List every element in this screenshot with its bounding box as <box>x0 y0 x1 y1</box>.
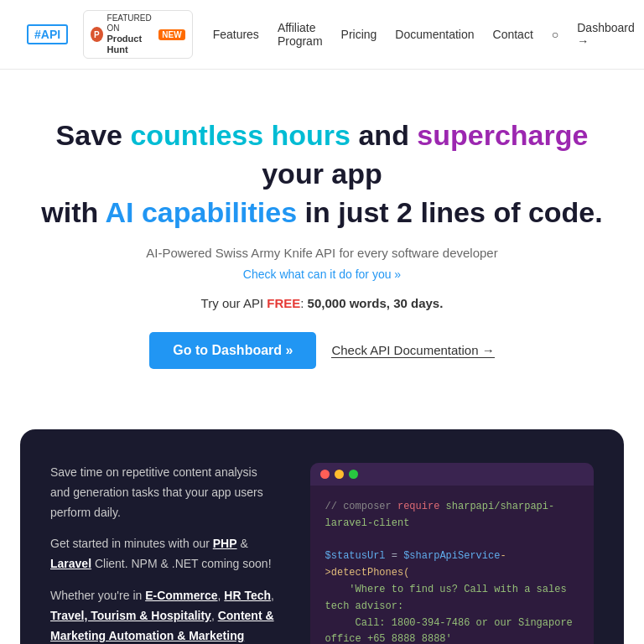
headline-with: with <box>41 196 105 228</box>
cta-row: Go to Dashboard » Check API Documentatio… <box>27 332 617 369</box>
code-str1: 'Where to find us? Call with a sales tec… <box>325 584 567 612</box>
code-require: require <box>397 501 439 512</box>
ph-new-badge: NEW <box>158 29 184 40</box>
nav-contact[interactable]: Contact <box>493 28 533 41</box>
php-link[interactable]: PHP <box>213 537 237 550</box>
headline-rest: in just 2 lines of code. <box>297 196 603 228</box>
dark-para3: Whether you're in E-Commerce, HR Tech, T… <box>50 586 280 644</box>
code-body: // composer require sharpapi/sharpapi-la… <box>310 486 594 644</box>
dark-feature-section: Save time on repetitive content analysis… <box>20 429 624 644</box>
nav-documentation[interactable]: Documentation <box>395 28 474 41</box>
site-logo[interactable]: #API <box>27 24 68 44</box>
nav-affiliate[interactable]: Affiliate Program <box>278 21 323 48</box>
hero-subtitle: AI-Powered Swiss Army Knife API for ever… <box>27 246 617 260</box>
check-link[interactable]: Check what can it do for you » <box>243 267 401 281</box>
code-line-5: Call: 1800-394-7486 or our Singapore off… <box>325 615 579 644</box>
ph-icon: P <box>91 27 102 42</box>
dot-yellow <box>335 470 344 479</box>
ph-text: FEATURED ON Product Hunt <box>107 13 155 55</box>
laravel-link[interactable]: Laravel <box>50 557 91 570</box>
code-line-1: // composer require sharpapi/sharpapi-la… <box>325 499 579 532</box>
docs-button[interactable]: Check API Documentation → <box>331 343 494 358</box>
free-label: FREE <box>267 296 300 310</box>
dashboard-button[interactable]: Go to Dashboard » <box>149 332 316 369</box>
code-titlebar <box>310 463 594 486</box>
dark-para2: Get started in minutes with our PHP & La… <box>50 534 280 574</box>
code-str2: Call: 1800-394-7486 or our Singapore off… <box>325 617 573 644</box>
travel-link[interactable]: Travel, Tourism & Hospitality <box>50 609 211 622</box>
dark-left-content: Save time on repetitive content analysis… <box>50 463 280 644</box>
free-details: 50,000 words, 30 days. <box>308 296 444 310</box>
code-window: // composer require sharpapi/sharpapi-la… <box>310 463 594 644</box>
dot-green <box>349 470 358 479</box>
code-line-3: $statusUrl = $sharpApiService->detectPho… <box>325 548 579 582</box>
navbar: #API P FEATURED ON Product Hunt NEW Feat… <box>0 0 644 70</box>
github-icon[interactable]: ○ <box>552 28 558 41</box>
producthunt-badge[interactable]: P FEATURED ON Product Hunt NEW <box>83 10 193 59</box>
dark-para1: Save time on repetitive content analysis… <box>50 463 280 522</box>
code-line-4: 'Where to find us? Call with a sales tec… <box>325 582 579 615</box>
code-comment: // composer <box>325 501 397 512</box>
code-window-container: // composer require sharpapi/sharpapi-la… <box>310 463 594 644</box>
hrtech-link[interactable]: HR Tech <box>224 589 271 602</box>
dot-red <box>320 470 330 479</box>
code-eq1: = <box>386 550 404 562</box>
hero-section: Save countless hours and supercharge you… <box>0 70 644 402</box>
nav-dashboard[interactable]: Dashboard → <box>577 21 635 48</box>
hero-headline: Save countless hours and supercharge you… <box>27 117 617 232</box>
headline-and: and <box>351 119 417 151</box>
headline-app: your app <box>262 158 382 190</box>
nav-links: Features Affiliate Program Pricing Docum… <box>213 21 635 48</box>
headline-supercharge: supercharge <box>417 119 588 151</box>
headline-save: Save <box>56 119 131 151</box>
code-service-obj: $sharpApiService <box>403 550 500 562</box>
free-trial-text: Try our API FREE: 50,000 words, 30 days. <box>27 296 617 310</box>
code-statusurl-var: $statusUrl <box>325 550 386 562</box>
ecommerce-link[interactable]: E-Commerce <box>145 589 217 602</box>
headline-ai: AI capabilities <box>105 196 297 228</box>
headline-countless: countless hours <box>130 119 351 151</box>
nav-features[interactable]: Features <box>213 28 259 41</box>
nav-pricing[interactable]: Pricing <box>341 28 377 41</box>
